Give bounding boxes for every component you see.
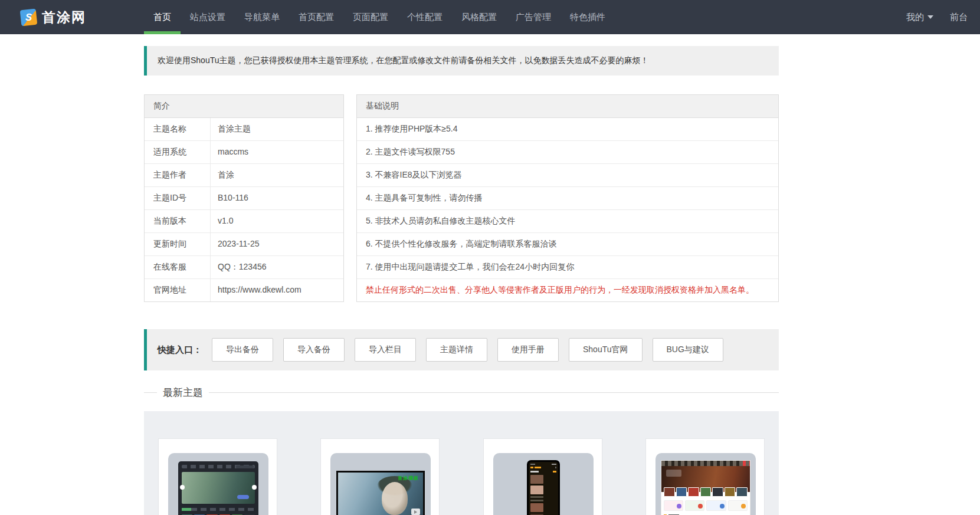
preview-watermark-text: 首涂模板 — [398, 475, 419, 481]
nav-item-home-config[interactable]: 首页配置 — [289, 0, 343, 34]
theme-preview-image — [661, 460, 750, 515]
preview-thumb-grid — [530, 475, 556, 515]
preview-category-cards — [661, 497, 750, 511]
nav-menu: 首页 站点设置 导航菜单 首页配置 页面配置 个性配置 风格配置 广告管理 特色… — [144, 0, 615, 34]
divider-line — [209, 392, 779, 393]
poster-thumb — [530, 475, 543, 484]
table-row: 更新时间2023-11-25 — [145, 233, 343, 256]
main-content: 欢迎使用ShouTu主题，您已获得授权使用本主题管理系统，在您配置或修改文件前请… — [144, 46, 779, 515]
table-row: 主题ID号B10-116 — [145, 187, 343, 210]
note-row: 4. 主题具备可复制性，请勿传播 — [357, 187, 778, 210]
row-label: 当前版本 — [145, 210, 211, 232]
row-value: 首涂主题 — [211, 118, 343, 140]
nav-item-site-settings[interactable]: 站点设置 — [181, 0, 235, 34]
row-label: 主题作者 — [145, 164, 211, 186]
license-warning: 禁止任何形式的二次出售、分享他人等侵害作者及正版用户的行为，一经发现取消授权资格… — [357, 279, 778, 301]
table-row: 在线客服QQ：123456 — [145, 256, 343, 279]
frontend-label: 前台 — [950, 12, 968, 23]
theme-card-video-player[interactable]: 首涂模板 — [320, 438, 440, 515]
top-navbar: S 首涂网 首页 站点设置 导航菜单 首页配置 页面配置 个性配置 风格配置 广… — [0, 0, 980, 34]
poster-thumb — [736, 487, 748, 497]
official-site-button[interactable]: ShouTu官网 — [569, 338, 643, 362]
row-label: 主题ID号 — [145, 187, 211, 209]
nav-item-personal-config[interactable]: 个性配置 — [398, 0, 452, 34]
bug-suggestion-button[interactable]: BUG与建议 — [653, 338, 723, 362]
chevron-down-icon — [927, 15, 933, 19]
nav-item-page-config[interactable]: 页面配置 — [343, 0, 398, 34]
notes-table: 基础说明 1. 推荐使用PHP版本≥5.4 2. 主题文件读写权限755 3. … — [356, 94, 779, 302]
welcome-notice: 欢迎使用ShouTu主题，您已获得授权使用本主题管理系统，在您配置或修改文件前请… — [144, 46, 779, 76]
nav-item-style-config[interactable]: 风格配置 — [452, 0, 506, 34]
themes-panel: 首涂模板 — [144, 411, 779, 515]
row-label: 适用系统 — [145, 141, 211, 163]
caption-line — [530, 500, 543, 501]
nav-item-plugins[interactable]: 特色插件 — [561, 0, 615, 34]
category-card — [664, 500, 683, 511]
category-card — [728, 500, 748, 511]
theme-preview-image — [178, 461, 258, 515]
frontend-link[interactable]: 前台 — [950, 12, 968, 23]
divider-dash — [144, 392, 157, 393]
note-row: 6. 不提供个性化修改服务，高端定制请联系客服洽谈 — [357, 233, 778, 256]
poster-thumb — [530, 486, 543, 494]
quick-entry-label: 快捷入口： — [158, 345, 202, 356]
poster-thumb — [700, 487, 712, 497]
my-account-menu[interactable]: 我的 — [906, 12, 933, 23]
note-row: 5. 非技术人员请勿私自修改主题核心文件 — [357, 210, 778, 233]
device-frame — [168, 453, 268, 515]
row-label: 在线客服 — [145, 256, 211, 278]
note-row: 3. 不兼容IE8及以下浏览器 — [357, 164, 778, 187]
brand-name: 首涂网 — [42, 8, 86, 27]
preview-navbar — [661, 461, 750, 466]
preview-phone-screen — [529, 462, 558, 515]
quick-entry-bar: 快捷入口： 导出备份 导入备份 导入栏目 主题详情 使用手册 ShouTu官网 … — [144, 329, 779, 370]
theme-card-mobile-app[interactable] — [483, 438, 602, 515]
intro-table: 简介 主题名称首涂主题 适用系统maccms 主题作者首涂 主题ID号B10-1… — [144, 94, 344, 302]
caption-line — [530, 496, 543, 498]
official-site-url: https://www.dkewl.com — [211, 279, 343, 301]
preview-poster-row — [661, 487, 750, 497]
row-value: v1.0 — [211, 210, 343, 232]
device-frame — [655, 453, 756, 515]
theme-preview-image — [527, 460, 560, 515]
export-backup-button[interactable]: 导出备份 — [212, 338, 273, 362]
my-account-label: 我的 — [906, 12, 924, 23]
theme-card-dark-desktop[interactable] — [158, 438, 277, 515]
poster-thumb — [664, 487, 675, 497]
note-row: 1. 推荐使用PHP版本≥5.4 — [357, 118, 778, 141]
preview-status-bar — [530, 464, 556, 465]
note-row: 2. 主题文件读写权限755 — [357, 141, 778, 164]
row-label: 更新时间 — [145, 233, 211, 255]
import-backup-button[interactable]: 导入备份 — [283, 338, 345, 362]
poster-thumb — [676, 487, 687, 497]
table-row: 适用系统maccms — [145, 141, 343, 164]
row-value: 2023-11-25 — [211, 233, 343, 255]
poster-thumb — [688, 487, 699, 497]
device-frame — [493, 453, 594, 515]
theme-card-light-desktop[interactable] — [645, 438, 765, 515]
user-manual-button[interactable]: 使用手册 — [497, 338, 559, 362]
preview-hero-banner — [182, 472, 255, 504]
notes-table-title: 基础说明 — [357, 95, 778, 118]
nav-item-home[interactable]: 首页 — [144, 0, 181, 34]
row-value: maccms — [211, 141, 343, 163]
latest-themes-title: 最新主题 — [163, 386, 203, 399]
preview-character-face — [382, 482, 408, 515]
preview-play-button — [237, 495, 249, 499]
table-row: 当前版本v1.0 — [145, 210, 343, 233]
note-row: 7. 使用中出现问题请提交工单，我们会在24小时内回复你 — [357, 256, 778, 279]
nav-item-ad-management[interactable]: 广告管理 — [506, 0, 561, 34]
preview-app-header — [530, 467, 556, 468]
brand[interactable]: S 首涂网 — [21, 0, 86, 34]
import-columns-button[interactable]: 导入栏目 — [355, 338, 416, 362]
latest-themes-header: 最新主题 — [144, 386, 779, 399]
nav-right: 我的 前台 — [906, 0, 980, 34]
category-card — [685, 500, 704, 511]
table-row: 官网地址https://www.dkewl.com — [145, 279, 343, 301]
row-label: 主题名称 — [145, 118, 211, 140]
table-row: 主题作者首涂 — [145, 164, 343, 187]
theme-details-button[interactable]: 主题详情 — [426, 338, 487, 362]
nav-item-nav-menu[interactable]: 导航菜单 — [235, 0, 289, 34]
play-icon — [411, 509, 420, 515]
row-value: QQ：123456 — [211, 256, 343, 278]
